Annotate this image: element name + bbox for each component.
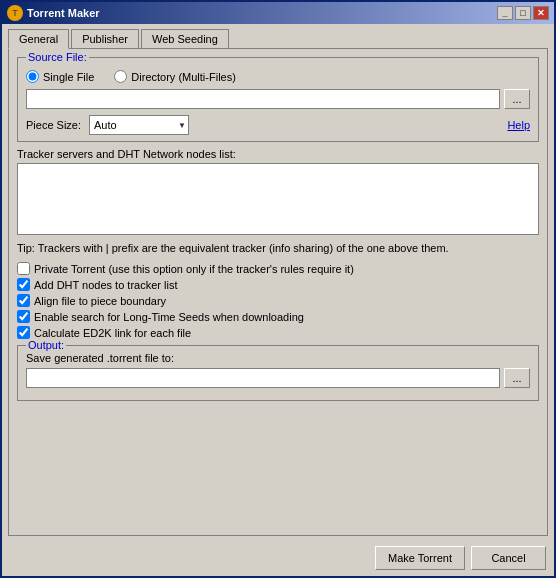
source-file-title: Source File: [26, 51, 89, 63]
maximize-button[interactable]: □ [515, 6, 531, 20]
checkbox-align-file[interactable]: Align file to piece boundary [17, 294, 539, 307]
options-checkboxes: Private Torrent (use this option only if… [17, 262, 539, 339]
output-path-row: ... [26, 368, 530, 388]
output-label: Save generated .torrent file to: [26, 352, 530, 364]
checkbox-ed2k-input[interactable] [17, 326, 30, 339]
checkbox-long-time-seeds[interactable]: Enable search for Long-Time Seeds when d… [17, 310, 539, 323]
piece-size-select-wrapper: Auto 256 KB 512 KB 1 MB 2 MB [89, 115, 189, 135]
window-controls: _ □ ✕ [497, 6, 549, 20]
bottom-bar: Make Torrent Cancel [2, 540, 554, 576]
tab-web-seeding[interactable]: Web Seeding [141, 29, 229, 49]
file-path-input[interactable] [26, 89, 500, 109]
piece-size-row: Piece Size: Auto 256 KB 512 KB 1 MB 2 MB… [26, 115, 530, 135]
file-path-row: ... [26, 89, 530, 109]
checkbox-dht-nodes-input[interactable] [17, 278, 30, 291]
close-button[interactable]: ✕ [533, 6, 549, 20]
tab-publisher[interactable]: Publisher [71, 29, 139, 49]
app-icon: T [7, 5, 23, 21]
output-group: Output: Save generated .torrent file to:… [17, 345, 539, 401]
checkbox-private-torrent[interactable]: Private Torrent (use this option only if… [17, 262, 539, 275]
tracker-label: Tracker servers and DHT Network nodes li… [17, 148, 539, 160]
radio-directory[interactable]: Directory (Multi-Files) [114, 70, 236, 83]
piece-size-label: Piece Size: [26, 119, 81, 131]
tip-text: Tip: Trackers with | prefix are the equi… [17, 241, 539, 256]
tracker-textarea-wrap [17, 163, 539, 235]
radio-single-file[interactable]: Single File [26, 70, 94, 83]
source-file-group: Source File: Single File Directory (Mult… [17, 57, 539, 142]
tracker-textarea[interactable] [17, 163, 539, 235]
output-path-input[interactable] [26, 368, 500, 388]
output-title: Output: [26, 339, 66, 351]
title-bar: T Torrent Maker _ □ ✕ [2, 2, 554, 24]
tab-content-general: Source File: Single File Directory (Mult… [8, 48, 548, 536]
tracker-section: Tracker servers and DHT Network nodes li… [17, 148, 539, 235]
window-content: General Publisher Web Seeding Source Fil… [2, 24, 554, 540]
checkbox-private-torrent-input[interactable] [17, 262, 30, 275]
radio-single-input[interactable] [26, 70, 39, 83]
tab-bar: General Publisher Web Seeding [8, 28, 548, 48]
radio-directory-input[interactable] [114, 70, 127, 83]
tab-general[interactable]: General [8, 29, 69, 49]
piece-size-select[interactable]: Auto 256 KB 512 KB 1 MB 2 MB [89, 115, 189, 135]
file-type-radio-group: Single File Directory (Multi-Files) [26, 70, 530, 83]
file-browse-button[interactable]: ... [504, 89, 530, 109]
output-browse-button[interactable]: ... [504, 368, 530, 388]
make-torrent-button[interactable]: Make Torrent [375, 546, 465, 570]
cancel-button[interactable]: Cancel [471, 546, 546, 570]
checkbox-dht-nodes[interactable]: Add DHT nodes to tracker list [17, 278, 539, 291]
checkbox-long-time-seeds-input[interactable] [17, 310, 30, 323]
help-link[interactable]: Help [507, 119, 530, 131]
checkbox-align-file-input[interactable] [17, 294, 30, 307]
window-title: Torrent Maker [27, 7, 497, 19]
checkbox-ed2k[interactable]: Calculate ED2K link for each file [17, 326, 539, 339]
minimize-button[interactable]: _ [497, 6, 513, 20]
main-window: T Torrent Maker _ □ ✕ General Publisher … [0, 0, 556, 578]
app-icon-letter: T [12, 8, 18, 18]
